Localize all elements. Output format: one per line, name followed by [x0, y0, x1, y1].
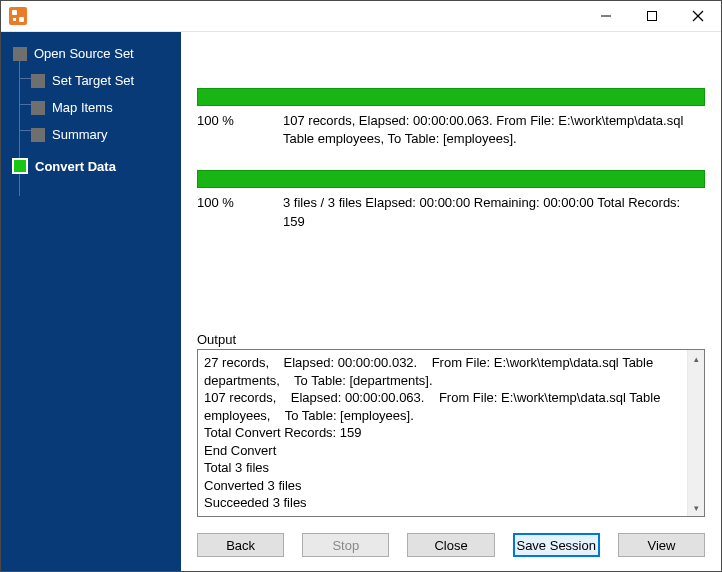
step-box-icon	[13, 47, 27, 61]
sidebar-item-label: Summary	[52, 127, 108, 142]
output-box[interactable]: 27 records, Elapsed: 00:00:00.032. From …	[197, 349, 705, 517]
overall-progress-details: 3 files / 3 files Elapsed: 00:00:00 Rema…	[283, 194, 705, 230]
file-progress-details: 107 records, Elapsed: 00:00:00.063. From…	[283, 112, 705, 148]
sidebar-item-open-source-set[interactable]: Open Source Set	[13, 46, 173, 61]
sidebar-item-label: Open Source Set	[34, 46, 134, 61]
sidebar-item-label: Convert Data	[35, 159, 116, 174]
scroll-up-icon[interactable]: ▴	[688, 350, 705, 367]
close-button[interactable]	[675, 1, 721, 31]
wizard-sidebar: Open Source Set Set Target Set Map Items…	[1, 32, 181, 571]
file-progress-bar	[197, 88, 705, 106]
overall-progress-percent: 100 %	[197, 194, 283, 230]
app-icon	[9, 7, 27, 25]
sidebar-item-label: Set Target Set	[52, 73, 134, 88]
stop-button: Stop	[302, 533, 389, 557]
overall-progress-bar	[197, 170, 705, 188]
step-box-active-icon	[12, 158, 28, 174]
svg-rect-1	[648, 12, 657, 21]
file-progress-percent: 100 %	[197, 112, 283, 148]
sidebar-item-map-items[interactable]: Map Items	[31, 100, 173, 115]
step-box-icon	[31, 128, 45, 142]
maximize-button[interactable]	[629, 1, 675, 31]
close-dialog-button[interactable]: Close	[407, 533, 494, 557]
file-progress-block: 100 % 107 records, Elapsed: 00:00:00.063…	[197, 88, 705, 148]
scroll-down-icon[interactable]: ▾	[688, 499, 705, 516]
sidebar-item-summary[interactable]: Summary	[31, 127, 173, 142]
sidebar-item-set-target-set[interactable]: Set Target Set	[31, 73, 173, 88]
sidebar-item-label: Map Items	[52, 100, 113, 115]
overall-progress-block: 100 % 3 files / 3 files Elapsed: 00:00:0…	[197, 170, 705, 230]
output-text[interactable]: 27 records, Elapsed: 00:00:00.032. From …	[198, 350, 687, 516]
button-row: Back Stop Close Save Session View	[181, 525, 721, 571]
output-label: Output	[197, 332, 705, 347]
minimize-button[interactable]	[583, 1, 629, 31]
back-button[interactable]: Back	[197, 533, 284, 557]
minimize-icon	[601, 11, 611, 21]
sidebar-item-convert-data[interactable]: Convert Data	[13, 158, 173, 174]
view-button[interactable]: View	[618, 533, 705, 557]
close-icon	[692, 10, 704, 22]
app-window: Open Source Set Set Target Set Map Items…	[0, 0, 722, 572]
save-session-button[interactable]: Save Session	[513, 533, 600, 557]
main-panel: 100 % 107 records, Elapsed: 00:00:00.063…	[181, 32, 721, 571]
step-box-icon	[31, 74, 45, 88]
step-box-icon	[31, 101, 45, 115]
titlebar[interactable]	[1, 1, 721, 32]
maximize-icon	[647, 11, 657, 21]
output-scrollbar[interactable]: ▴ ▾	[687, 350, 704, 516]
